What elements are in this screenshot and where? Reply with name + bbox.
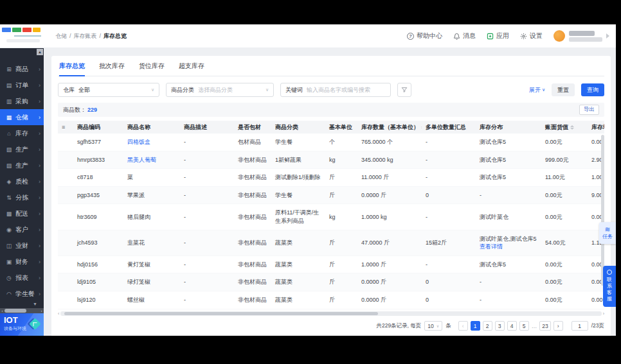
collapse-chevron-icon: [606, 33, 609, 39]
page-size-select[interactable]: 10 ∨: [424, 321, 442, 331]
sidebar-horizontal-scrollbar[interactable]: ‹ ›: [0, 308, 44, 313]
cell-code: c8718: [73, 169, 123, 187]
apps-button[interactable]: 应用: [487, 31, 509, 40]
page-button-5[interactable]: 5: [519, 321, 529, 331]
contact-support-float-button[interactable]: 联系客服: [603, 266, 616, 307]
sidebar-item-quality[interactable]: ◈质检›: [0, 173, 44, 189]
factory-icon: ▧: [5, 146, 13, 153]
prev-page-button[interactable]: ‹: [458, 321, 468, 331]
chevron-right-icon: ›: [39, 146, 40, 153]
sidebar-item-warehouse[interactable]: ▦仓储›: [0, 109, 44, 125]
product-name-link[interactable]: 四格饭盒: [127, 139, 150, 145]
messages-button[interactable]: 消息: [453, 31, 476, 40]
reset-button[interactable]: 重置: [552, 83, 575, 96]
page-button-2[interactable]: 2: [483, 321, 492, 331]
tab-超支库存[interactable]: 超支库存: [179, 56, 204, 76]
filter-funnel-button[interactable]: [397, 83, 411, 97]
tab-货位库存[interactable]: 货位库存: [139, 56, 165, 76]
sidebar-item-production-1[interactable]: ▧生产›: [0, 141, 44, 157]
breadcrumb-item[interactable]: 仓储: [55, 32, 67, 40]
product-name-link[interactable]: 黑美人葡萄: [127, 157, 156, 163]
sidebar-scroll-down-icon[interactable]: ▼: [0, 302, 44, 308]
cell-unit: 个: [325, 134, 357, 151]
sidebar-item-finance[interactable]: ▣财务›: [0, 254, 44, 270]
table-horizontal-scrollbar: ‹ ›: [58, 311, 604, 316]
cell-unit: 斤: [325, 291, 357, 309]
page-buttons: ‹12345…23›: [458, 321, 563, 331]
page-ellipsis[interactable]: …: [532, 323, 537, 329]
table-header-row: ≡ 商品编码商品名称商品描述是否包材商品分类基本单位库存数量（基本单位）多单位数…: [58, 121, 604, 134]
sidebar-menu: ⊞商品›▤订单›▥采购›▦仓储›⌂库存›▧生产›▨生产›◈质检›⇅分拣›▩配送›…: [0, 48, 44, 302]
sort-carets-icon[interactable]: [421, 125, 422, 130]
product-count-label: 商品数：: [63, 106, 86, 114]
column-settings-cell: ≡: [58, 121, 73, 134]
inventory-card: 库存总览批次库存货位库存超支库存 仓库 全部 ∨ 商品分类 选择商品分类 ∨: [51, 56, 611, 336]
cell-pack: 非包材商品: [234, 273, 271, 291]
sidebar-item-inventory[interactable]: ⌂库存›: [0, 125, 44, 141]
tab-批次库存[interactable]: 批次库存: [99, 56, 125, 76]
sidebar-item-delivery[interactable]: ▩配送›: [0, 205, 44, 221]
scroll-left-arrow-icon[interactable]: ‹: [0, 309, 4, 313]
keyword-input[interactable]: [307, 87, 386, 93]
sidebar-item-label: 采购: [15, 97, 39, 106]
sidebar-item-orders[interactable]: ▤订单›: [0, 77, 44, 93]
search-button[interactable]: 查询: [581, 83, 604, 96]
export-button[interactable]: 导出: [579, 105, 599, 115]
sidebar-item-reports[interactable]: ◷报表›: [0, 270, 44, 286]
page-button-1[interactable]: 1: [471, 321, 480, 331]
pagination-bar: 共229条记录, 每页 10 ∨ 条 ‹12345…23› /23页: [58, 317, 604, 335]
page-jump-input[interactable]: [572, 321, 588, 331]
sidebar-item-production-2[interactable]: ▨生产›: [0, 157, 44, 173]
cell-dist: -: [476, 186, 541, 204]
cell-qty: 345.0000 kg: [357, 151, 422, 169]
cell-value: 999.00元: [541, 151, 588, 169]
breadcrumb-item[interactable]: 库存账表: [74, 32, 97, 40]
view-details-link[interactable]: 查看详情: [480, 243, 503, 250]
page-button-3[interactable]: 3: [495, 321, 505, 331]
expand-filters-link[interactable]: 展开 ∨: [529, 86, 545, 94]
settings-button[interactable]: 设置: [520, 31, 543, 40]
sidebar-item-label: 客户: [15, 225, 39, 234]
cell-code: lsj9120: [73, 291, 123, 309]
scrollbar-thumb[interactable]: [601, 135, 604, 286]
scroll-left-arrow-icon[interactable]: ‹: [58, 311, 59, 316]
tasks-float-button[interactable]: ≋ 任务: [599, 222, 616, 244]
column-settings-icon[interactable]: ≡: [62, 124, 65, 130]
cell-dist: 测试叶菜仓: [476, 204, 541, 230]
table-row: jch4593韭菜花-非包材商品蔬菜类斤47.0000 斤15箱2斤测试叶菜仓,…: [58, 230, 604, 256]
help-center-button[interactable]: ? 帮助中心: [407, 31, 442, 40]
chevron-right-icon: ›: [39, 98, 40, 105]
chevron-right-icon: ›: [39, 114, 40, 121]
sidebar-item-goods[interactable]: ⊞商品›: [0, 61, 44, 77]
column-header-desc: 商品描述: [180, 121, 234, 134]
user-account[interactable]: [554, 30, 609, 42]
scrollbar-thumb[interactable]: [4, 309, 26, 313]
page-button-23[interactable]: 23: [539, 321, 550, 331]
sidebar-item-purchase[interactable]: ▥采购›: [0, 93, 44, 109]
sort-carets-icon[interactable]: [570, 125, 574, 130]
warehouse-select[interactable]: 仓库 全部 ∨: [58, 83, 159, 97]
scroll-right-arrow-icon[interactable]: ›: [39, 309, 44, 313]
cell-name: 螺丝椒: [123, 291, 180, 309]
category-select[interactable]: 商品分类 选择商品分类 ∨: [166, 83, 274, 97]
sidebar-item-customers[interactable]: ◉客户›: [0, 221, 44, 238]
scroll-right-arrow-icon[interactable]: ›: [603, 311, 604, 316]
sidebar-scroll-up-icon[interactable]: ▲: [37, 49, 43, 55]
tab-库存总览[interactable]: 库存总览: [59, 56, 85, 76]
cell-desc: -: [180, 186, 234, 204]
page-button-4[interactable]: 4: [507, 321, 517, 331]
cell-pack: 非包材商品: [234, 230, 271, 256]
sidebar-item-label: 质检: [15, 177, 39, 186]
cell-value: 0.00元: [541, 291, 588, 309]
iot-panel[interactable]: IOT 设备与环境: [0, 313, 44, 336]
chevron-right-icon: ›: [39, 66, 40, 73]
scrollbar-thumb[interactable]: [64, 312, 378, 315]
shield-icon: ◈: [5, 178, 13, 185]
sidebar-item-sorting[interactable]: ⇅分拣›: [0, 189, 44, 205]
next-page-button[interactable]: ›: [554, 321, 563, 331]
row-handle-cell: [58, 186, 73, 204]
cell-name: 绿灯笼椒: [123, 273, 180, 291]
sidebar-item-student-meals[interactable]: ◠学生餐›: [0, 286, 44, 302]
sidebar-item-business-finance[interactable]: ◫业财›: [0, 238, 44, 254]
filter-bar: 仓库 全部 ∨ 商品分类 选择商品分类 ∨ 关键词: [58, 76, 604, 103]
